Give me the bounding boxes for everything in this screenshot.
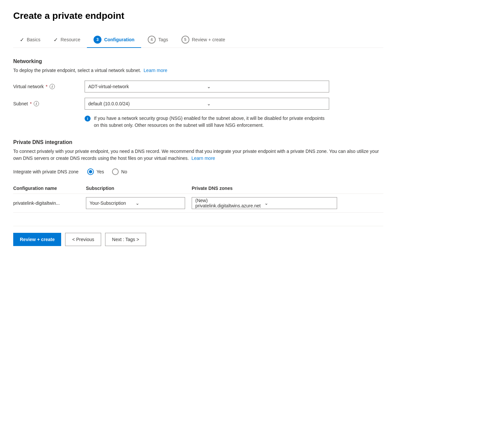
dns-zone-chevron: ⌄ [264,200,333,206]
dns-row-zone: (New) privatelink.digitaltwins.azure.net… [192,194,383,213]
dns-no-radio-outer [112,168,119,175]
dns-zone-select[interactable]: (New) privatelink.digitaltwins.azure.net… [192,197,337,209]
dns-row-name: privatelink-digitaltwin... [13,194,86,213]
footer-divider [13,226,383,226]
virtual-network-label: Virtual network * i [13,84,79,89]
checkmark-icon: ✓ [20,37,24,43]
subnet-chevron: ⌄ [207,101,326,106]
tab-tags-label: Tags [158,37,168,42]
tab-basics[interactable]: ✓ Basics [13,33,47,47]
dns-no-label: No [121,169,127,174]
subnet-select[interactable]: default (10.0.0.0/24) ⌄ [85,98,329,110]
tab-basics-label: Basics [27,37,40,42]
dns-learn-more-link[interactable]: Learn more [191,156,215,161]
subscription-select[interactable]: Your-Subscription ⌄ [86,197,185,209]
tab-configuration[interactable]: 3 Configuration [87,32,141,48]
dns-row-subscription: Your-Subscription ⌄ [86,194,192,213]
subscription-chevron: ⌄ [136,200,181,206]
dns-title: Private DNS integration [13,139,383,145]
tab-resource-label: Resource [60,37,80,42]
tab-review[interactable]: 5 Review + create [175,32,232,48]
virtual-network-chevron: ⌄ [207,84,326,89]
dns-yes-label: Yes [97,169,104,174]
dns-no-option[interactable]: No [112,168,127,175]
next-button[interactable]: Next : Tags > [105,233,146,246]
dns-radio-group: Integrate with private DNS zone Yes No [13,168,383,175]
tab-configuration-label: Configuration [104,37,135,42]
subnet-info-icon[interactable]: i [34,101,39,106]
networking-title: Networking [13,58,383,64]
nsg-info-text: If you have a network security group (NS… [94,115,329,129]
dns-radio-options: Yes No [87,168,127,175]
networking-learn-more-link[interactable]: Learn more [144,68,168,73]
virtual-network-info-icon[interactable]: i [50,84,55,89]
dns-description: To connect privately with your private e… [13,148,383,162]
integrate-dns-label: Integrate with private DNS zone [13,169,79,174]
tab-tags-circle: 4 [148,36,156,44]
dns-table: Configuration name Subscription Private … [13,183,383,213]
tab-tags[interactable]: 4 Tags [141,32,175,48]
required-star-subnet: * [30,101,31,106]
dns-col-zones: Private DNS zones [192,183,383,194]
dns-col-subscription: Subscription [86,183,192,194]
nsg-info-box: i If you have a network security group (… [85,115,329,129]
tab-configuration-circle: 3 [94,36,101,44]
dns-table-header: Configuration name Subscription Private … [13,183,383,194]
table-row: privatelink-digitaltwin... Your-Subscrip… [13,194,383,213]
review-create-button[interactable]: Review + create [13,233,61,246]
subnet-control: default (10.0.0.0/24) ⌄ [85,98,329,110]
dns-yes-radio-inner [89,170,92,173]
tab-review-circle: 5 [181,36,189,44]
checkmark-icon: ✓ [54,37,58,43]
dns-col-name: Configuration name [13,183,86,194]
tab-resource[interactable]: ✓ Resource [47,33,87,47]
required-star: * [46,84,47,89]
previous-button[interactable]: < Previous [65,233,101,246]
footer-actions: Review + create < Previous Next : Tags > [13,233,383,246]
subnet-row: Subnet * i default (10.0.0.0/24) ⌄ [13,98,383,110]
nsg-info-circle-icon: i [85,116,91,122]
virtual-network-row: Virtual network * i ADT-virtual-network … [13,81,383,92]
virtual-network-select[interactable]: ADT-virtual-network ⌄ [85,81,329,92]
page-title: Create a private endpoint [13,11,383,21]
virtual-network-control: ADT-virtual-network ⌄ [85,81,329,92]
tab-review-label: Review + create [192,37,225,42]
wizard-tabs: ✓ Basics ✓ Resource 3 Configuration 4 Ta… [13,32,383,48]
dns-yes-option[interactable]: Yes [87,168,104,175]
networking-description: To deploy the private endpoint, select a… [13,67,383,74]
dns-yes-radio-outer [87,168,94,175]
dns-section: Private DNS integration To connect priva… [13,139,383,213]
networking-section: Networking To deploy the private endpoin… [13,58,383,129]
subnet-label: Subnet * i [13,101,79,106]
